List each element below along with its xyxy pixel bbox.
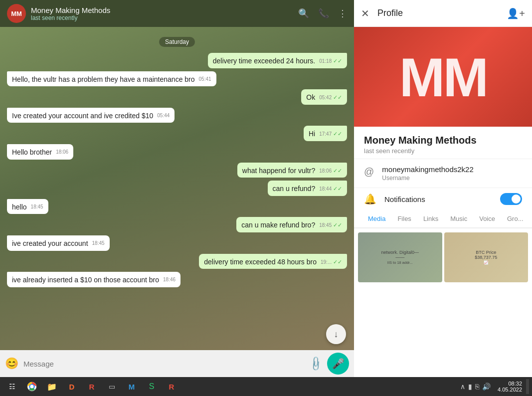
profile-username-value: moneymakingmethods2k22 [382, 165, 473, 174]
msg-bubble: Ok 05:42 ✓✓ [301, 89, 347, 105]
media-tabs: Media Files Links Music Voice Gro... [354, 210, 532, 228]
msg-time: 18:44 ✓✓ [319, 185, 342, 193]
msg-time: 05:41 [199, 76, 211, 83]
msg-time: 01:18 ✓✓ [319, 57, 342, 65]
tab-links[interactable]: Links [417, 210, 444, 228]
show-desktop-button[interactable] [526, 379, 529, 394]
msg-text: Hello brother [12, 148, 52, 156]
chat-contact-name: Money Making Methods [31, 6, 298, 14]
attach-icon[interactable]: 📎 [307, 355, 325, 373]
scroll-down-button[interactable]: ↓ [326, 324, 346, 344]
profile-username-row: @ moneymakingmethods2k22 Username [354, 159, 532, 188]
profile-panel: ✕ Profile 👤+ MM Money Making Methods las… [354, 0, 532, 377]
tab-groups[interactable]: Gro... [501, 210, 530, 228]
msg-bubble: delivery time exceeded 24 hours. 01:18 ✓… [208, 53, 347, 68]
msg-bubble: can u make refund bro? 18:45 ✓✓ [236, 217, 347, 232]
emoji-button[interactable]: 😊 [5, 357, 18, 370]
msg-text: delivery time exceeded 48 hours bro [204, 258, 317, 266]
profile-username-label: Username [382, 175, 473, 182]
taskbar-app-d[interactable]: D [63, 379, 81, 394]
profile-username-content: moneymakingmethods2k22 Username [382, 165, 473, 182]
message-row: Hi 17:47 ✓✓ [7, 126, 347, 141]
msg-bubble: Hello, the vultr has a problem they have… [7, 71, 216, 87]
profile-title: Profile [377, 8, 507, 18]
chat-avatar: MM [7, 4, 26, 23]
at-icon: @ [364, 166, 374, 178]
network-icon: ⎘ [475, 383, 479, 391]
msg-text: delivery time exceeded 24 hours. [213, 57, 315, 65]
msg-text: what happend for vultr? [242, 167, 315, 175]
taskbar-app-files[interactable]: 📁 [43, 379, 61, 394]
msg-text: Ok [306, 93, 315, 101]
msg-text: can u refund? [273, 185, 316, 193]
mic-button[interactable]: 🎤 [327, 353, 349, 375]
chat-input-area: 😊 📎 🎤 [0, 350, 354, 377]
search-icon[interactable]: 🔍 [298, 8, 309, 19]
tab-music[interactable]: Music [444, 210, 473, 228]
media-grid: network. Digital0———IIS to 18 addr... BT… [354, 228, 532, 377]
chat-messages: Saturday delivery time exceeded 24 hours… [0, 27, 354, 350]
phone-icon[interactable]: 📞 [318, 8, 329, 19]
message-row: can u make refund bro? 18:45 ✓✓ [7, 217, 347, 232]
message-row: delivery time exceeded 48 hours bro 19:.… [7, 254, 347, 269]
msg-bubble: ive created your account 18:45 [7, 235, 110, 251]
msg-time: 05:42 ✓✓ [319, 94, 342, 101]
taskbar-system-icons: ∧ ▮ ⎘ 🔊 [460, 383, 491, 391]
tab-files[interactable]: Files [391, 210, 417, 228]
tab-media[interactable]: Media [362, 210, 391, 228]
msg-bubble: delivery time exceeded 48 hours bro 19:.… [199, 254, 347, 269]
taskbar-clock: 08:32 4.05.2022 [498, 381, 522, 393]
taskbar-app-s[interactable]: S [143, 379, 161, 394]
profile-info-section: Money Making Methods last seen recently [354, 127, 532, 159]
msg-time: 17:47 ✓✓ [319, 130, 342, 138]
msg-text: Hello, the vultr has a problem they have… [12, 75, 195, 83]
msg-text: can u make refund bro? [241, 221, 315, 229]
close-button[interactable]: ✕ [361, 7, 369, 19]
taskbar-right: ∧ ▮ ⎘ 🔊 08:32 4.05.2022 [460, 379, 529, 394]
msg-text: ive already inserted a $10 on those acco… [12, 276, 159, 284]
tab-voice[interactable]: Voice [473, 210, 501, 228]
taskbar-app-c[interactable]: ▭ [103, 379, 121, 394]
notifications-label: Notifications [384, 195, 500, 203]
profile-header-bar: ✕ Profile 👤+ [354, 0, 532, 27]
taskbar-app-taskview[interactable]: ☷ [3, 379, 21, 394]
more-options-icon[interactable]: ⋮ [338, 8, 347, 19]
msg-time: 18:45 [31, 203, 43, 210]
taskbar-apps: ☷ 📁 D R ▭ M S R [3, 379, 460, 394]
add-contact-icon[interactable]: 👤+ [507, 7, 525, 19]
chat-panel: MM Money Making Methods last seen recent… [0, 0, 354, 377]
message-input[interactable] [23, 360, 305, 368]
message-row: can u refund? 18:44 ✓✓ [7, 181, 347, 196]
msg-bubble: Hi 17:47 ✓✓ [304, 126, 347, 141]
message-row: ive already inserted a $10 on those acco… [7, 272, 347, 287]
msg-bubble: hello 18:45 [7, 199, 48, 214]
msg-time: 18:06 ✓✓ [319, 167, 342, 175]
taskbar-app-r2[interactable]: R [163, 379, 180, 394]
taskbar-app-r1[interactable]: R [83, 379, 101, 394]
profile-name: Money Making Methods [364, 135, 522, 146]
msg-text: hello [12, 203, 27, 211]
msg-text: Ive created your account and ive credite… [12, 112, 153, 120]
media-thumbnail: BTC Price$38,737.75📈 [444, 232, 529, 282]
taskbar-app-m[interactable]: M [123, 379, 141, 394]
taskbar-time-value: 08:32 [498, 381, 522, 387]
notifications-toggle[interactable] [500, 193, 522, 205]
volume-icon[interactable]: 🔊 [482, 383, 491, 391]
taskbar-date-value: 4.05.2022 [498, 387, 522, 393]
profile-banner: MM [354, 27, 532, 127]
chevron-up-icon[interactable]: ∧ [460, 383, 465, 391]
taskbar-app-chrome[interactable] [23, 379, 41, 394]
msg-bubble: Hello brother 18:06 [7, 144, 73, 160]
msg-bubble: can u refund? 18:44 ✓✓ [268, 181, 347, 196]
msg-time: 18:06 [56, 149, 68, 156]
profile-last-seen: last seen recently [364, 147, 522, 155]
message-row: delivery time exceeded 24 hours. 01:18 ✓… [7, 53, 347, 68]
message-row: Ok 05:42 ✓✓ [7, 89, 347, 105]
profile-banner-initials: MM [399, 45, 487, 109]
message-row: Hello, the vultr has a problem they have… [7, 71, 347, 87]
chat-header-icons: 🔍 📞 ⋮ [298, 8, 347, 19]
message-row: Hello brother 18:06 [7, 144, 347, 160]
bell-icon: 🔔 [364, 193, 376, 205]
msg-text: ive created your account [12, 239, 88, 247]
msg-bubble: ive already inserted a $10 on those acco… [7, 272, 180, 287]
